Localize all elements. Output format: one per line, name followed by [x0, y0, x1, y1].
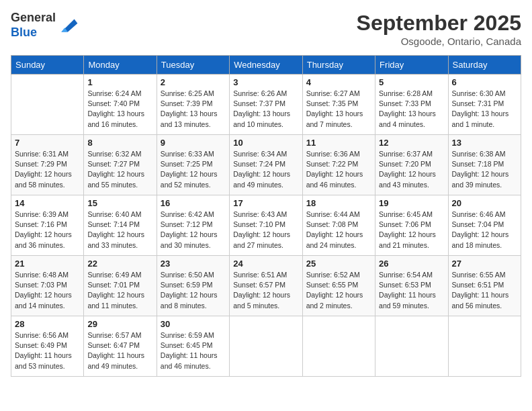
calendar-cell: 24Sunrise: 6:51 AMSunset: 6:57 PMDayligh…	[230, 256, 302, 316]
logo: General Blue	[11, 11, 79, 40]
calendar-cell	[302, 316, 375, 377]
calendar-week-row: 7Sunrise: 6:31 AMSunset: 7:29 PMDaylight…	[11, 135, 521, 195]
day-info: Sunrise: 6:54 AMSunset: 6:53 PMDaylight:…	[379, 270, 444, 311]
day-info: Sunrise: 6:25 AMSunset: 7:39 PMDaylight:…	[161, 89, 226, 130]
calendar-cell: 23Sunrise: 6:50 AMSunset: 6:59 PMDayligh…	[157, 256, 229, 316]
calendar-cell: 14Sunrise: 6:39 AMSunset: 7:16 PMDayligh…	[11, 195, 84, 256]
calendar-week-row: 14Sunrise: 6:39 AMSunset: 7:16 PMDayligh…	[11, 195, 521, 256]
day-info: Sunrise: 6:27 AMSunset: 7:35 PMDaylight:…	[306, 89, 371, 130]
calendar-cell: 20Sunrise: 6:46 AMSunset: 7:04 PMDayligh…	[448, 195, 521, 256]
calendar-cell: 11Sunrise: 6:36 AMSunset: 7:22 PMDayligh…	[302, 135, 375, 195]
calendar-cell: 30Sunrise: 6:59 AMSunset: 6:45 PMDayligh…	[157, 316, 229, 377]
day-number: 8	[87, 138, 152, 148]
calendar-cell: 18Sunrise: 6:44 AMSunset: 7:08 PMDayligh…	[302, 195, 375, 256]
calendar-cell: 3Sunrise: 6:26 AMSunset: 7:37 PMDaylight…	[230, 75, 302, 135]
day-number: 3	[233, 77, 298, 87]
day-number: 18	[306, 198, 371, 208]
day-info: Sunrise: 6:24 AMSunset: 7:40 PMDaylight:…	[87, 89, 152, 130]
day-number: 27	[452, 259, 517, 269]
day-info: Sunrise: 6:57 AMSunset: 6:47 PMDaylight:…	[87, 330, 152, 371]
calendar-header-row: SundayMondayTuesdayWednesdayThursdayFrid…	[11, 56, 521, 75]
day-info: Sunrise: 6:50 AMSunset: 6:59 PMDaylight:…	[161, 270, 226, 311]
day-info: Sunrise: 6:30 AMSunset: 7:31 PMDaylight:…	[452, 89, 517, 130]
calendar-cell: 12Sunrise: 6:37 AMSunset: 7:20 PMDayligh…	[375, 135, 448, 195]
column-header-saturday: Saturday	[448, 56, 521, 75]
calendar-cell: 8Sunrise: 6:32 AMSunset: 7:27 PMDaylight…	[84, 135, 157, 195]
day-number: 26	[379, 259, 444, 269]
day-number: 23	[161, 259, 226, 269]
day-info: Sunrise: 6:42 AMSunset: 7:12 PMDaylight:…	[161, 210, 226, 250]
day-number: 12	[379, 138, 444, 148]
calendar-cell: 9Sunrise: 6:33 AMSunset: 7:25 PMDaylight…	[157, 135, 229, 195]
calendar-week-row: 21Sunrise: 6:48 AMSunset: 7:03 PMDayligh…	[11, 256, 521, 316]
day-number: 17	[233, 198, 298, 208]
day-info: Sunrise: 6:33 AMSunset: 7:25 PMDaylight:…	[161, 149, 226, 190]
calendar-cell: 15Sunrise: 6:40 AMSunset: 7:14 PMDayligh…	[84, 195, 157, 256]
day-info: Sunrise: 6:38 AMSunset: 7:18 PMDaylight:…	[452, 149, 517, 190]
day-info: Sunrise: 6:52 AMSunset: 6:55 PMDaylight:…	[306, 270, 371, 311]
calendar-cell	[375, 316, 448, 377]
calendar-cell: 28Sunrise: 6:56 AMSunset: 6:49 PMDayligh…	[11, 316, 84, 377]
day-info: Sunrise: 6:45 AMSunset: 7:06 PMDaylight:…	[379, 210, 444, 250]
day-info: Sunrise: 6:34 AMSunset: 7:24 PMDaylight:…	[233, 149, 298, 190]
calendar-cell: 21Sunrise: 6:48 AMSunset: 7:03 PMDayligh…	[11, 256, 84, 316]
day-info: Sunrise: 6:51 AMSunset: 6:57 PMDaylight:…	[233, 270, 298, 311]
column-header-friday: Friday	[375, 56, 448, 75]
day-number: 28	[15, 319, 80, 329]
column-header-thursday: Thursday	[302, 56, 375, 75]
day-number: 4	[306, 77, 371, 87]
calendar-week-row: 28Sunrise: 6:56 AMSunset: 6:49 PMDayligh…	[11, 316, 521, 377]
title-block: September 2025 Osgoode, Ontario, Canada	[357, 11, 521, 47]
day-number: 30	[161, 319, 226, 329]
day-info: Sunrise: 6:43 AMSunset: 7:10 PMDaylight:…	[233, 210, 298, 250]
day-number: 13	[452, 138, 517, 148]
day-info: Sunrise: 6:28 AMSunset: 7:33 PMDaylight:…	[379, 89, 444, 130]
calendar-cell: 19Sunrise: 6:45 AMSunset: 7:06 PMDayligh…	[375, 195, 448, 256]
calendar-cell: 22Sunrise: 6:49 AMSunset: 7:01 PMDayligh…	[84, 256, 157, 316]
day-number: 14	[15, 198, 80, 208]
day-number: 1	[87, 77, 152, 87]
calendar-cell: 4Sunrise: 6:27 AMSunset: 7:35 PMDaylight…	[302, 75, 375, 135]
day-number: 5	[379, 77, 444, 87]
calendar-cell: 13Sunrise: 6:38 AMSunset: 7:18 PMDayligh…	[448, 135, 521, 195]
day-info: Sunrise: 6:44 AMSunset: 7:08 PMDaylight:…	[306, 210, 371, 250]
calendar-week-row: 1Sunrise: 6:24 AMSunset: 7:40 PMDaylight…	[11, 75, 521, 135]
day-number: 16	[161, 198, 226, 208]
calendar-cell: 16Sunrise: 6:42 AMSunset: 7:12 PMDayligh…	[157, 195, 229, 256]
day-number: 10	[233, 138, 298, 148]
calendar-cell: 27Sunrise: 6:55 AMSunset: 6:51 PMDayligh…	[448, 256, 521, 316]
column-header-sunday: Sunday	[11, 56, 84, 75]
page-header: General Blue September 2025 Osgoode, Ont…	[11, 11, 521, 47]
day-info: Sunrise: 6:56 AMSunset: 6:49 PMDaylight:…	[15, 330, 80, 371]
day-info: Sunrise: 6:39 AMSunset: 7:16 PMDaylight:…	[15, 210, 80, 250]
day-number: 24	[233, 259, 298, 269]
location: Osgoode, Ontario, Canada	[357, 36, 521, 47]
day-number: 20	[452, 198, 517, 208]
column-header-wednesday: Wednesday	[230, 56, 302, 75]
day-info: Sunrise: 6:31 AMSunset: 7:29 PMDaylight:…	[15, 149, 80, 190]
calendar-cell: 29Sunrise: 6:57 AMSunset: 6:47 PMDayligh…	[84, 316, 157, 377]
day-info: Sunrise: 6:32 AMSunset: 7:27 PMDaylight:…	[87, 149, 152, 190]
day-number: 7	[15, 138, 80, 148]
calendar-cell: 1Sunrise: 6:24 AMSunset: 7:40 PMDaylight…	[84, 75, 157, 135]
calendar-cell: 2Sunrise: 6:25 AMSunset: 7:39 PMDaylight…	[157, 75, 229, 135]
day-number: 2	[161, 77, 226, 87]
column-header-tuesday: Tuesday	[157, 56, 229, 75]
day-info: Sunrise: 6:49 AMSunset: 7:01 PMDaylight:…	[87, 270, 152, 311]
calendar-cell: 5Sunrise: 6:28 AMSunset: 7:33 PMDaylight…	[375, 75, 448, 135]
day-info: Sunrise: 6:26 AMSunset: 7:37 PMDaylight:…	[233, 89, 298, 130]
day-info: Sunrise: 6:55 AMSunset: 6:51 PMDaylight:…	[452, 270, 517, 311]
day-number: 6	[452, 77, 517, 87]
day-number: 25	[306, 259, 371, 269]
day-number: 19	[379, 198, 444, 208]
calendar-cell: 17Sunrise: 6:43 AMSunset: 7:10 PMDayligh…	[230, 195, 302, 256]
calendar-cell: 25Sunrise: 6:52 AMSunset: 6:55 PMDayligh…	[302, 256, 375, 316]
calendar-cell: 7Sunrise: 6:31 AMSunset: 7:29 PMDaylight…	[11, 135, 84, 195]
day-number: 11	[306, 138, 371, 148]
calendar-cell: 26Sunrise: 6:54 AMSunset: 6:53 PMDayligh…	[375, 256, 448, 316]
day-info: Sunrise: 6:37 AMSunset: 7:20 PMDaylight:…	[379, 149, 444, 190]
calendar-table: SundayMondayTuesdayWednesdayThursdayFrid…	[11, 55, 521, 377]
logo-icon	[57, 16, 79, 35]
month-title: September 2025	[357, 11, 521, 36]
day-info: Sunrise: 6:36 AMSunset: 7:22 PMDaylight:…	[306, 149, 371, 190]
